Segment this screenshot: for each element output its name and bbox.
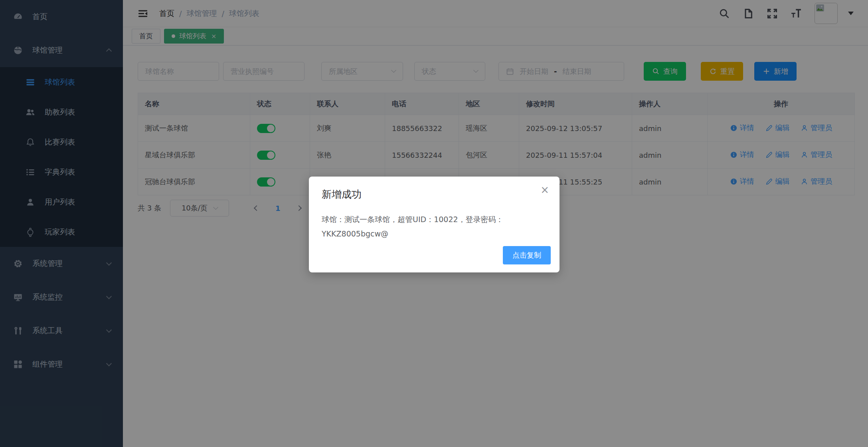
dialog-message-line2: YKKZ8005bgcw@ xyxy=(322,226,547,241)
success-dialog: 新增成功 × 球馆：测试一条球馆，超管UID：10022，登录密码： YKKZ8… xyxy=(309,177,560,272)
copy-button[interactable]: 点击复制 xyxy=(503,246,551,264)
dialog-message: 球馆：测试一条球馆，超管UID：10022，登录密码： YKKZ8005bgcw… xyxy=(322,212,547,241)
dialog-title: 新增成功 xyxy=(322,188,547,201)
dialog-message-line1: 球馆：测试一条球馆，超管UID：10022，登录密码： xyxy=(322,212,547,226)
close-icon[interactable]: × xyxy=(540,185,549,195)
